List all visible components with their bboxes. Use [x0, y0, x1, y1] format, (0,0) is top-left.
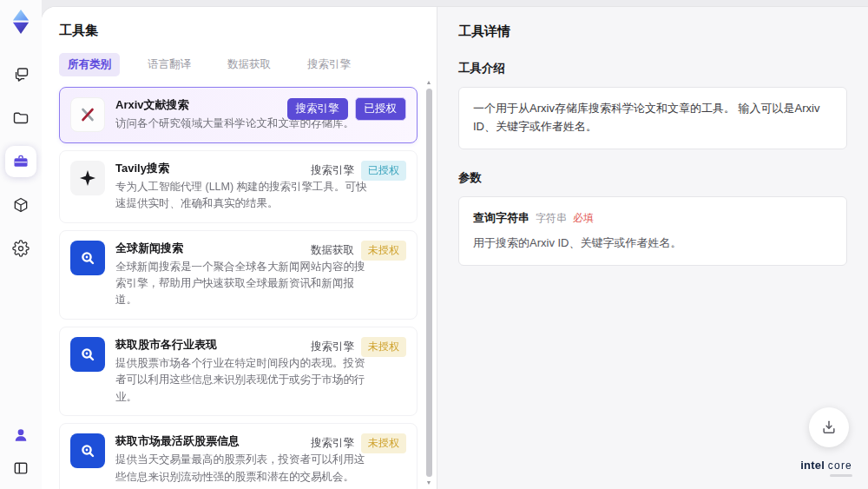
tool-card[interactable]: 获取股市各行业表现 提供股票市场各个行业在特定时间段内的表现。投资者可以利用这些… — [59, 327, 418, 416]
scroll-down-icon[interactable]: ▼ — [426, 479, 432, 487]
tab-3[interactable]: 搜索引擎 — [299, 53, 359, 76]
download-button[interactable] — [809, 407, 849, 447]
category-badge: 数据获取 — [311, 243, 354, 258]
sidebar-item-account[interactable] — [7, 421, 35, 449]
category-tabs: 所有类别语言翻译数据获取搜索引擎 — [59, 53, 418, 76]
tool-card[interactable]: 获取市场最活跃股票信息 提供当天交易量最高的股票列表，投资者可以利用这些信息来识… — [59, 423, 418, 489]
main-content: 工具集 所有类别语言翻译数据获取搜索引擎 Arxiv文献搜索 访问各个研究领域大… — [42, 7, 868, 489]
app-sidebar — [0, 0, 42, 489]
tavily-icon — [70, 161, 105, 195]
panel-layout-icon — [12, 459, 30, 477]
user-icon — [12, 426, 30, 444]
tool-card[interactable]: 全球新闻搜索 全球新闻搜索是一个聚合全球各大新闻网站内容的搜索引擎，帮助用户快速… — [59, 230, 418, 320]
auth-status-badge: 已授权 — [361, 161, 406, 181]
sidebar-nav — [5, 59, 36, 264]
tool-description: 提供当天交易量最高的股票列表，投资者可以利用这些信息来识别流动性强的股票和潜在的… — [115, 452, 372, 486]
intel-logo-text: intel — [800, 459, 825, 472]
auth-status-badge: 未授权 — [361, 433, 406, 453]
tool-description: 专为人工智能代理 (LLM) 构建的搜索引擎工具。可快速提供实时、准确和真实的结… — [115, 179, 372, 213]
intel-logo-underline — [830, 474, 852, 477]
core-logo-text: core — [828, 459, 852, 472]
app-logo-icon — [8, 9, 34, 35]
tools-list-panel: 工具集 所有类别语言翻译数据获取搜索引擎 Arxiv文献搜索 访问各个研究领域大… — [42, 7, 437, 489]
tool-description: 全球新闻搜索是一个聚合全球各大新闻网站内容的搜索引擎，帮助用户快速获取全球最新资… — [115, 259, 372, 309]
list-scrollbar[interactable]: ▲ ▼ — [424, 78, 434, 487]
search-blue-icon — [70, 241, 105, 275]
sidebar-item-tools[interactable] — [5, 146, 36, 177]
scrollbar-thumb[interactable] — [426, 89, 432, 477]
category-badge: 搜索引擎 — [311, 163, 354, 178]
intel-core-logo: intel core — [800, 459, 852, 477]
sidebar-item-packages[interactable] — [5, 189, 36, 221]
sidebar-item-chat[interactable] — [5, 59, 36, 90]
param-name: 查询字符串 — [473, 209, 529, 228]
arxiv-icon — [70, 97, 105, 132]
tab-2[interactable]: 数据获取 — [219, 53, 279, 76]
sidebar-item-files[interactable] — [5, 102, 36, 134]
detail-title: 工具详情 — [458, 23, 847, 40]
tool-card[interactable]: Tavily搜索 专为人工智能代理 (LLM) 构建的搜索引擎工具。可快速提供实… — [59, 150, 418, 223]
folder-icon — [12, 109, 30, 127]
tool-intro-box: 一个用于从Arxiv存储库搜索科学论文和文章的工具。 输入可以是Arxiv ID… — [458, 87, 847, 149]
tool-list: Arxiv文献搜索 访问各个研究领域大量科学论文和文章的存储库。 搜索引擎 已授… — [59, 87, 418, 489]
gear-icon — [12, 240, 30, 257]
category-badge: 搜索引擎 — [287, 98, 348, 120]
search-blue-icon — [70, 433, 105, 468]
tab-1[interactable]: 语言翻译 — [139, 53, 200, 76]
intro-section-title: 工具介绍 — [458, 61, 847, 76]
param-type: 字符串 — [536, 210, 567, 227]
auth-status-badge: 已授权 — [355, 97, 407, 121]
param-box: 查询字符串 字符串 必填 用于搜索的Arxiv ID、关键字或作者姓名。 — [458, 196, 847, 267]
scroll-up-icon[interactable]: ▲ — [426, 78, 432, 87]
download-icon — [820, 419, 838, 436]
tool-card[interactable]: Arxiv文献搜索 访问各个研究领域大量科学论文和文章的存储库。 搜索引擎 已授… — [59, 87, 418, 143]
params-section-title: 参数 — [458, 170, 847, 186]
category-badge: 搜索引擎 — [311, 340, 354, 354]
auth-status-badge: 未授权 — [361, 241, 406, 261]
chat-icon — [12, 66, 30, 83]
toolbox-icon — [12, 153, 30, 170]
category-badge: 搜索引擎 — [311, 436, 354, 451]
param-required-badge: 必填 — [573, 210, 594, 227]
tool-description: 提供股票市场各个行业在特定时间段内的表现。投资者可以利用这些信息来识别表现优于或… — [115, 355, 372, 406]
sidebar-item-collapse-panel[interactable] — [7, 454, 35, 482]
page-title: 工具集 — [59, 23, 418, 39]
param-description: 用于搜索的Arxiv ID、关键字或作者姓名。 — [473, 235, 832, 253]
sidebar-item-settings[interactable] — [5, 233, 36, 264]
search-blue-icon — [70, 337, 105, 372]
tab-0[interactable]: 所有类别 — [59, 53, 120, 76]
auth-status-badge: 未授权 — [361, 337, 406, 357]
package-icon — [12, 196, 30, 214]
tool-detail-panel: 工具详情 工具介绍 一个用于从Arxiv存储库搜索科学论文和文章的工具。 输入可… — [437, 7, 868, 489]
